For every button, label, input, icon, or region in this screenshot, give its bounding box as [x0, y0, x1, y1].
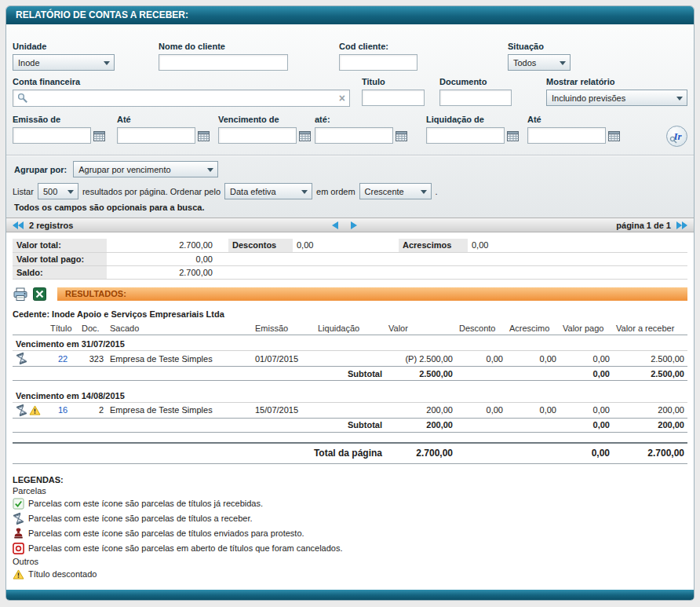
cedente-title: Cedente: Inode Apoio e Serviços Empresar… — [13, 309, 687, 319]
calendar-icon[interactable] — [507, 130, 519, 141]
page-total-row: Total da página 2.700,00 0,00 2.700,00 — [13, 443, 687, 463]
subtotal-label: Subtotal — [13, 418, 385, 432]
double-right-arrow-icon — [676, 221, 687, 229]
liquidacao-de-input[interactable] — [426, 127, 505, 144]
per-page-select[interactable]: 500 — [38, 183, 78, 199]
titulo-input[interactable] — [362, 90, 425, 106]
valor-cell: (P) 2.500,00 — [385, 351, 456, 367]
legend-item: Parcelas com este ícone são parcelas de … — [13, 527, 687, 540]
emissao-ate-input[interactable] — [117, 127, 195, 144]
emissao-de-input[interactable] — [13, 127, 91, 144]
vencimento-de-field: Vencimento de — [218, 115, 315, 144]
search-icon — [17, 93, 28, 104]
emissao-ate-label: Até — [117, 115, 218, 124]
listar-prefix: Listar — [13, 187, 34, 196]
col-valor-pago: Valor pago — [560, 322, 613, 335]
mostrar-relatorio-field: Mostrar relatório Incluindo previsões — [546, 77, 687, 106]
calendar-icon[interactable] — [198, 130, 210, 141]
valor-total-pago-value: 0,00 — [107, 252, 217, 265]
descontos-value: 0,00 — [293, 239, 399, 252]
chevron-down-icon — [421, 190, 427, 194]
col-valor-a-receber: Valor a receber — [613, 322, 687, 335]
prev-page-button[interactable] — [332, 221, 338, 229]
calendar-icon[interactable] — [299, 130, 311, 141]
vencimento-de-input[interactable] — [218, 127, 297, 144]
mostrar-relatorio-select[interactable]: Incluindo previsões — [546, 90, 687, 106]
first-page-button[interactable] — [13, 221, 24, 229]
results-header-row: Título Doc. Sacado Emissão Liquidação Va… — [13, 322, 687, 335]
agrupar-select[interactable]: Agrupar por vencimento — [73, 161, 218, 177]
legends-section1-title: Parcelas — [13, 486, 687, 495]
col-desconto: Desconto — [456, 322, 506, 335]
titulo-link[interactable]: 16 — [58, 405, 67, 415]
documento-input[interactable] — [439, 90, 512, 106]
valor-total-label: Valor total: — [13, 239, 107, 252]
nome-cliente-input[interactable] — [159, 54, 288, 71]
print-button[interactable] — [13, 287, 28, 302]
legends-section2-title: Outros — [13, 557, 687, 566]
direction-select[interactable]: Crescente — [359, 183, 432, 199]
col-valor: Valor — [385, 322, 456, 335]
cod-cliente-input[interactable] — [339, 54, 417, 71]
chevron-down-icon — [676, 97, 683, 101]
receivable-icon — [11, 510, 26, 525]
left-arrow-icon — [332, 221, 338, 229]
chevron-down-icon — [67, 190, 74, 194]
valor-pago-cell: 0,00 — [560, 402, 613, 418]
titulo-link[interactable]: 22 — [58, 354, 67, 364]
filter-row-1: Unidade Inode Nome do cliente Cod client… — [13, 42, 687, 71]
subtotal-valor-a-receber: 2.500,00 — [613, 367, 687, 381]
emissao-ate-field: Até — [117, 115, 218, 144]
col-sacado: Sacado — [107, 322, 252, 335]
subtotal-row: Subtotal 200,00 0,00 200,00 — [13, 418, 687, 432]
col-titulo: Título — [47, 322, 78, 335]
submit-search-button[interactable]: Ir — [666, 126, 687, 147]
next-page-button[interactable] — [351, 221, 357, 229]
cod-cliente-field: Cod cliente: — [339, 42, 417, 71]
nome-cliente-label: Nome do cliente — [159, 42, 288, 51]
desconto-cell: 0,00 — [456, 351, 506, 367]
order-by-select[interactable]: Data efetiva — [224, 183, 312, 199]
cod-cliente-label: Cod cliente: — [339, 42, 417, 51]
documento-field: Documento — [439, 77, 512, 106]
footer-bar — [6, 590, 694, 600]
vencimento-ate-label: até: — [315, 115, 426, 124]
legend-text: Parcelas com este ícone são parcelas de … — [28, 514, 253, 523]
saldo-value: 2.700,00 — [107, 265, 217, 279]
situacao-value: Todos — [513, 58, 536, 68]
conta-financeira-field: Conta financeira × — [13, 77, 350, 107]
descontos-label: Descontos — [228, 239, 293, 252]
printer-icon — [13, 287, 28, 302]
liquidacao-ate-label: Até — [527, 115, 637, 124]
liquidacao-ate-input[interactable] — [527, 127, 606, 144]
vencimento-ate-input[interactable] — [315, 127, 393, 144]
order-by-value: Data efetiva — [230, 187, 276, 196]
col-emissao: Emissão — [252, 322, 315, 335]
export-excel-button[interactable] — [33, 287, 46, 301]
group-title-text: Vencimento em 14/08/2015 — [13, 387, 687, 403]
received-icon — [13, 498, 24, 510]
filter-row-2: Conta financeira × Titulo Documento — [13, 77, 687, 107]
calendar-icon[interactable] — [93, 130, 105, 141]
situacao-select[interactable]: Todos — [508, 54, 571, 71]
listar-middle: resultados por página. Ordenar pelo — [82, 187, 221, 196]
valor-cell: 200,00 — [385, 402, 456, 418]
filter-row-dates: Emissão de Até Vencimento — [13, 115, 687, 147]
agrupar-value: Agrupar por vencimento — [78, 165, 170, 174]
calendar-icon[interactable] — [396, 130, 407, 141]
calendar-icon[interactable] — [608, 130, 620, 141]
nome-cliente-field: Nome do cliente — [159, 42, 288, 71]
clear-field-icon[interactable]: × — [339, 93, 345, 104]
listar-suffix: . — [436, 187, 438, 196]
summary-row-valor-pago: Valor total pago: 0,00 — [13, 252, 687, 265]
liquidacao-cell — [315, 402, 385, 418]
legend-text: Parcelas com este ícone são parcelas de … — [28, 528, 304, 538]
conta-financeira-input[interactable] — [28, 91, 339, 105]
unidade-select[interactable]: Inode — [13, 54, 115, 71]
legend-text: Título descontado — [28, 569, 97, 579]
receivable-icon — [14, 351, 29, 366]
col-liquidacao: Liquidação — [315, 322, 385, 335]
legend-item: Parcelas com este ícone são parcelas em … — [13, 542, 687, 555]
last-page-button[interactable] — [676, 221, 687, 229]
chevron-down-icon — [104, 61, 110, 65]
